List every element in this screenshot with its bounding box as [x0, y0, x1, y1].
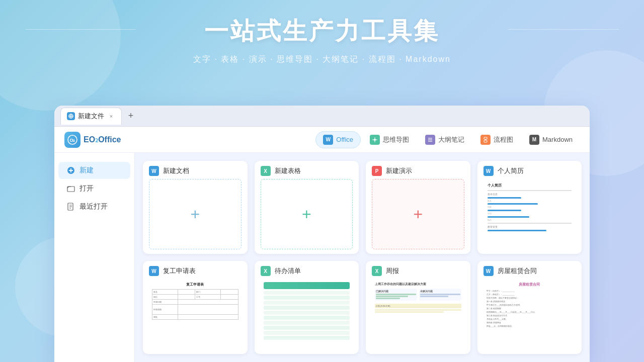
card-new-doc-header: W 新建文档 — [143, 161, 248, 179]
resume-bar-2 — [488, 203, 538, 205]
todo-preview — [261, 279, 353, 349]
todo-row-1 — [264, 291, 350, 295]
svg-rect-13 — [484, 137, 487, 139]
nav-tab-markdown[interactable]: M Markdown — [522, 132, 580, 148]
content-grid: W 新建文档 + X 新建表格 + P — [135, 153, 590, 362]
nav-tab-outline-label: 大纲笔记 — [438, 135, 464, 144]
card-contract[interactable]: W 房屋租赁合同 房屋租赁合同 甲方（出租方）：___________ 乙方（承… — [477, 261, 582, 354]
form-row-3: 申请日期 — [152, 300, 238, 305]
card-contract-title: 房屋租赁合同 — [498, 266, 537, 276]
todo-row-4 — [264, 306, 350, 310]
outline-icon — [425, 135, 435, 145]
resume-line2 — [488, 223, 572, 224]
sidebar-recent-label: 最近打开 — [79, 202, 108, 211]
toolbar: O₂ EO₂Office W Office 思维导图 大纲笔记 — [54, 127, 590, 153]
resume-field3: 学历 — [488, 212, 572, 215]
card-weekly-body[interactable]: 上周工作存在的问题以及建议解决方案 已解决问题 未解决问题 — [372, 279, 464, 349]
tab-close-button[interactable]: × — [107, 112, 115, 120]
card-new-doc-title: 新建文档 — [163, 166, 189, 175]
resume-bar-4 — [488, 216, 530, 218]
nav-tab-flowchart[interactable]: 流程图 — [473, 132, 520, 148]
table-type-icon: X — [261, 166, 271, 176]
resume-bar-1 — [488, 197, 521, 199]
nav-tab-mindmap-label: 思维导图 — [383, 135, 409, 144]
main-content: 新建 打开 最近打开 W 新建文档 — [54, 153, 590, 362]
tab-add-button[interactable]: + — [124, 109, 138, 123]
resume-section2: 教育背景 — [488, 225, 572, 229]
card-new-table-header: X 新建表格 — [255, 161, 359, 179]
todo-row-8 — [264, 326, 350, 330]
new-present-plus: + — [413, 205, 423, 224]
weekly-preview: 上周工作存在的问题以及建议解决方案 已解决问题 未解决问题 — [372, 279, 464, 349]
card-new-present-header: P 新建演示 — [366, 161, 470, 179]
todo-row-6 — [264, 316, 350, 320]
weekly-title: 上周工作存在的问题以及建议解决方案 — [375, 282, 461, 287]
office-icon: W — [323, 135, 333, 145]
doc-type-icon: W — [149, 166, 159, 176]
todo-header-bar — [264, 282, 350, 289]
form-row-2: 岗位 工号 — [152, 295, 238, 300]
logo-icon: O₂ — [64, 132, 80, 148]
resume-field1: 姓名 — [488, 200, 572, 203]
form-row-5: 审批 — [152, 315, 238, 320]
form-preview: 复工申请表 姓名 部门 岗位 工号 申请日期 — [149, 279, 242, 349]
open-icon — [66, 184, 75, 193]
todo-row-9 — [264, 331, 350, 335]
todo-row-5 — [264, 311, 350, 315]
card-new-present-body[interactable]: + — [372, 179, 464, 249]
card-weekly[interactable]: X 周报 上周工作存在的问题以及建议解决方案 已解决问题 — [366, 261, 470, 354]
card-new-doc[interactable]: W 新建文档 + — [143, 161, 248, 254]
nav-tab-office[interactable]: W Office — [315, 131, 361, 148]
markdown-icon: M — [529, 135, 539, 145]
card-resume-title: 个人简历 — [498, 166, 524, 175]
card-return-form-title: 复工申请表 — [163, 266, 196, 276]
header-line-left — [25, 29, 136, 30]
card-weekly-title: 周报 — [386, 266, 399, 276]
nav-tab-markdown-label: Markdown — [542, 136, 573, 143]
nav-tab-outline[interactable]: 大纲笔记 — [418, 132, 471, 148]
todo-type-icon: X — [261, 266, 271, 276]
card-new-doc-body[interactable]: + — [149, 179, 242, 249]
tab-file-icon — [67, 112, 75, 120]
card-contract-body[interactable]: 房屋租赁合同 甲方（出租方）：___________ 乙方（承租方）：_____… — [484, 279, 576, 349]
weekly-type-icon: X — [372, 266, 382, 276]
card-return-form-header: W 复工申请表 — [143, 261, 248, 279]
todo-row-10 — [264, 336, 350, 340]
card-todo[interactable]: X 待办清单 — [255, 261, 359, 354]
nav-tabs: W Office 思维导图 大纲笔记 流程图 — [315, 131, 580, 148]
todo-row-2 — [264, 296, 350, 300]
sidebar-new-label: 新建 — [79, 166, 94, 175]
card-new-table[interactable]: X 新建表格 + — [255, 161, 359, 254]
contract-preview-title: 房屋租赁合同 — [487, 282, 573, 288]
tab-new-file[interactable]: 新建文件 × — [60, 108, 122, 125]
sidebar: 新建 打开 最近打开 — [54, 153, 135, 362]
nav-tab-flowchart-label: 流程图 — [494, 135, 513, 144]
card-new-table-body[interactable]: + — [261, 179, 353, 249]
card-todo-header: X 待办清单 — [255, 261, 359, 279]
card-new-present-title: 新建演示 — [386, 166, 412, 175]
form-preview-title: 复工申请表 — [152, 282, 238, 287]
contract-preview: 房屋租赁合同 甲方（出租方）：___________ 乙方（承租方）：_____… — [484, 279, 576, 349]
sidebar-item-open[interactable]: 打开 — [58, 180, 130, 197]
sidebar-item-new[interactable]: 新建 — [58, 162, 130, 179]
form-type-icon: W — [149, 266, 159, 276]
nav-tab-office-label: Office — [336, 136, 353, 143]
hero-subtitle: 文字 · 表格 · 演示 · 思维导图 · 大纲笔记 · 流程图 · Markd… — [0, 54, 644, 65]
nav-tab-mindmap[interactable]: 思维导图 — [363, 132, 416, 148]
card-resume[interactable]: W 个人简历 个人简历 基本信息 姓名 年龄 学历 — [477, 161, 582, 254]
contract-type-icon: W — [484, 266, 494, 276]
app-logo: O₂ EO₂Office — [64, 132, 121, 148]
card-resume-header: W 个人简历 — [477, 161, 582, 179]
new-icon — [66, 166, 75, 175]
sidebar-item-recent[interactable]: 最近打开 — [58, 198, 130, 215]
card-contract-header: W 房屋租赁合同 — [477, 261, 582, 279]
card-return-form-body[interactable]: 复工申请表 姓名 部门 岗位 工号 申请日期 — [149, 279, 242, 349]
card-resume-body[interactable]: 个人简历 基本信息 姓名 年龄 学历 电话 教育背景 — [484, 179, 576, 249]
card-todo-body[interactable] — [261, 279, 353, 349]
resume-preview-title: 个人简历 — [488, 183, 572, 188]
card-return-form[interactable]: W 复工申请表 复工申请表 姓名 部门 岗位 工号 — [143, 261, 248, 354]
card-new-present[interactable]: P 新建演示 + — [366, 161, 470, 254]
app-window: 新建文件 × + O₂ EO₂Office W Office — [54, 106, 590, 362]
todo-row-7 — [264, 321, 350, 325]
tab-label: 新建文件 — [78, 112, 104, 121]
